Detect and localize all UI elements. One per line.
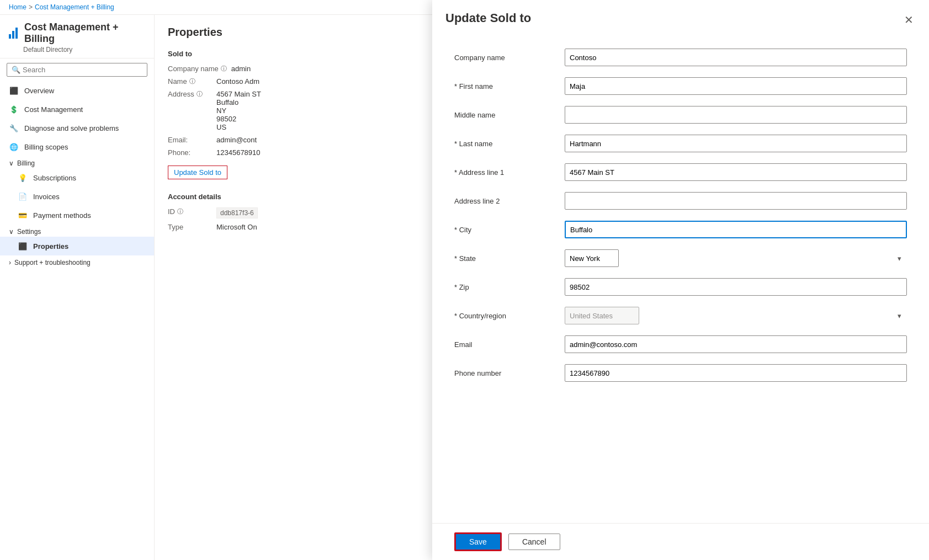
search-icon: 🔍: [12, 66, 20, 74]
form-row-email: Email: [454, 335, 907, 353]
form-label-phone: Phone number: [454, 369, 565, 377]
form-row-first-name: First name: [454, 77, 907, 95]
form-input-company-name[interactable]: [565, 49, 907, 66]
id-label: ID: [168, 207, 175, 216]
form-label-zip: Zip: [454, 283, 565, 291]
overview-icon: ⬛: [9, 86, 19, 95]
form-row-phone: Phone number: [454, 364, 907, 382]
sidebar-title: Cost Management + Billing: [9, 22, 145, 45]
sidebar-item-cost-management[interactable]: 💲 Cost Management: [0, 100, 154, 119]
chevron-down-icon: ∨: [9, 228, 14, 236]
update-sold-to-button[interactable]: Update Sold to: [168, 166, 227, 179]
address-value: 4567 Main ST Buffalo NY 98502 US: [216, 90, 261, 131]
type-value: Microsoft On: [216, 223, 257, 231]
sidebar-item-diagnose[interactable]: 🔧 Diagnose and solve problems: [0, 119, 154, 137]
search-input[interactable]: [23, 66, 142, 74]
sidebar-item-label: Diagnose and solve problems: [24, 124, 119, 132]
form-row-country: Country/region United States Canada Unit…: [454, 307, 907, 324]
sidebar-item-invoices[interactable]: 📄 Invoices: [0, 187, 154, 206]
form-label-first-name: First name: [454, 82, 565, 90]
sidebar-item-properties[interactable]: ⬛ Properties: [0, 237, 154, 255]
form-label-address-line-1: Address line 1: [454, 168, 565, 177]
diagnose-icon: 🔧: [9, 123, 19, 133]
subscriptions-icon: 💡: [18, 173, 28, 183]
breadcrumb-home[interactable]: Home: [9, 3, 26, 11]
panel-close-button[interactable]: ✕: [902, 11, 916, 29]
form-label-city: City: [454, 226, 565, 234]
form-row-address-line-1: Address line 1: [454, 163, 907, 181]
sidebar-item-label: Payment methods: [33, 211, 91, 220]
panel-title: Update Sold to: [445, 11, 531, 25]
form-label-country: Country/region: [454, 312, 565, 320]
form-input-first-name[interactable]: [565, 77, 907, 95]
sidebar-item-overview[interactable]: ⬛ Overview: [0, 81, 154, 100]
billing-scopes-icon: 🌐: [9, 142, 19, 152]
form-row-middle-name: Middle name: [454, 106, 907, 124]
sidebar-section-support[interactable]: › Support + troubleshooting: [0, 255, 154, 268]
form-row-zip: Zip: [454, 278, 907, 296]
breadcrumb-current[interactable]: Cost Management + Billing: [35, 3, 114, 11]
company-name-info-icon: ⓘ: [221, 65, 227, 73]
name-label: Name: [168, 77, 187, 86]
sidebar-item-payment-methods[interactable]: 💳 Payment methods: [0, 206, 154, 225]
id-value: ddb817f3-6: [216, 207, 258, 218]
phone-value: 12345678910: [216, 148, 261, 157]
form-label-state: State: [454, 254, 565, 263]
form-input-zip[interactable]: [565, 278, 907, 296]
update-sold-to-panel: Update Sold to ✕ Company name First name…: [432, 0, 929, 560]
breadcrumb-separator: >: [29, 3, 33, 11]
section-label: Billing: [17, 159, 35, 167]
form-input-address-line-1[interactable]: [565, 163, 907, 181]
country-select-wrapper: United States Canada United Kingdom: [565, 307, 907, 324]
sidebar-section-billing[interactable]: ∨ Billing: [0, 156, 154, 168]
form-row-state: State New York California Texas Florida: [454, 249, 907, 267]
form-input-middle-name[interactable]: [565, 106, 907, 124]
form-label-last-name: Last name: [454, 140, 565, 148]
company-name-label: Company name: [168, 65, 219, 73]
email-label: Email:: [168, 136, 212, 144]
cancel-button[interactable]: Cancel: [508, 534, 560, 550]
email-value: admin@cont: [216, 136, 257, 144]
sidebar-logo: [9, 28, 18, 39]
form-label-address-line-2: Address line 2: [454, 197, 565, 205]
form-input-last-name[interactable]: [565, 135, 907, 152]
state-select-wrapper: New York California Texas Florida: [565, 249, 907, 267]
form-input-email[interactable]: [565, 335, 907, 353]
section-label: Support + troubleshooting: [14, 259, 91, 266]
phone-label: Phone:: [168, 148, 212, 157]
cost-icon: 💲: [9, 104, 19, 114]
sidebar-item-label: Invoices: [33, 193, 60, 201]
sidebar-item-subscriptions[interactable]: 💡 Subscriptions: [0, 168, 154, 187]
name-value: Contoso Adm: [216, 77, 259, 86]
section-label: Settings: [17, 228, 41, 236]
sidebar-item-billing-scopes[interactable]: 🌐 Billing scopes: [0, 137, 154, 156]
sidebar-item-label: Properties: [33, 242, 68, 250]
form-input-address-line-2[interactable]: [565, 192, 907, 210]
chevron-right-icon: ›: [9, 259, 11, 266]
sidebar-item-label: Subscriptions: [33, 174, 76, 182]
sidebar-section-settings[interactable]: ∨ Settings: [0, 225, 154, 237]
name-info-icon: ⓘ: [189, 77, 195, 86]
id-info-icon: ⓘ: [177, 207, 183, 216]
payment-icon: 💳: [18, 210, 28, 220]
panel-body: Company name First name Middle name Last…: [432, 38, 929, 523]
form-row-city: City: [454, 221, 907, 238]
sidebar-item-label: Cost Management: [24, 105, 83, 114]
search-box[interactable]: 🔍: [7, 63, 147, 77]
properties-icon: ⬛: [18, 241, 28, 251]
address-info-icon: ⓘ: [197, 90, 203, 98]
form-select-country[interactable]: United States Canada United Kingdom: [565, 307, 639, 324]
form-row-address-line-2: Address line 2: [454, 192, 907, 210]
address-label: Address: [168, 90, 194, 98]
panel-header: Update Sold to ✕: [432, 0, 929, 38]
sidebar: Cost Management + Billing Default Direct…: [0, 15, 155, 560]
form-row-company-name: Company name: [454, 49, 907, 66]
form-input-phone[interactable]: [565, 364, 907, 382]
sidebar-item-label: Overview: [24, 87, 54, 95]
sidebar-subtitle: Default Directory: [23, 46, 145, 54]
panel-footer: Save Cancel: [432, 523, 929, 560]
form-input-city[interactable]: [565, 221, 907, 238]
form-select-state[interactable]: New York California Texas Florida: [565, 249, 619, 267]
save-button[interactable]: Save: [454, 532, 502, 551]
company-name-value: admin: [231, 65, 251, 73]
